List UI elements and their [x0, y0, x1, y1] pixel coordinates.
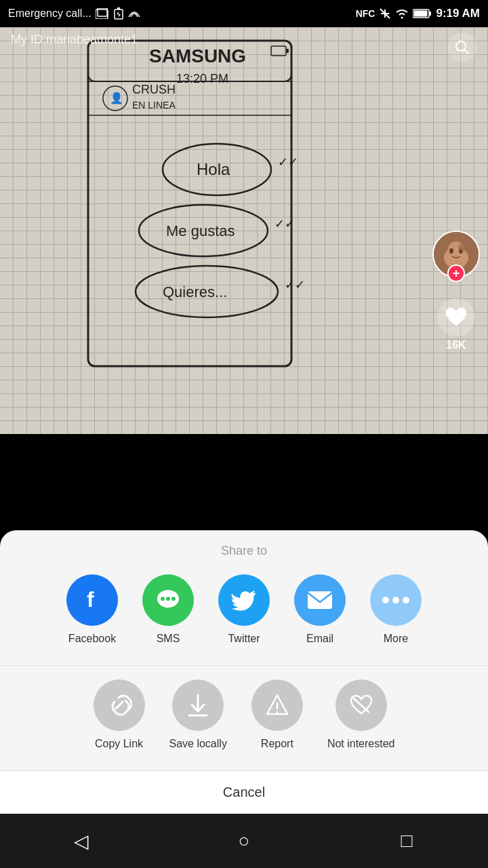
nfc-badge: NFC [356, 8, 375, 19]
svg-text:CRUSH: CRUSH [132, 83, 176, 96]
share-facebook[interactable]: f Facebook [66, 574, 118, 645]
facebook-icon[interactable]: f [66, 574, 118, 626]
creator-avatar-container[interactable]: + [432, 231, 480, 278]
signal-icon [128, 7, 140, 20]
back-button[interactable]: ◁ [61, 821, 102, 861]
save-locally-svg [185, 692, 211, 718]
share-copy-link[interactable]: Copy Link [94, 679, 145, 750]
battery-charging-icon [113, 7, 124, 20]
share-report[interactable]: Report [251, 679, 303, 750]
heart-svg [445, 307, 468, 328]
search-button[interactable] [447, 33, 477, 62]
share-twitter[interactable]: Twitter [218, 574, 270, 645]
gallery-icon [96, 8, 109, 19]
video-background: SAMSUNG 13:20 PM 👤 CRUSH EN LINEA Hola ✓… [0, 0, 488, 434]
not-interested-svg [348, 693, 374, 717]
status-bar: Emergency call... NFC 9:19 AM [0, 0, 488, 27]
svg-text:EN LINEA: EN LINEA [132, 100, 176, 111]
twitter-svg [231, 589, 257, 612]
user-watermark: My ID:mariabeamonte1 [11, 33, 138, 47]
more-icon[interactable] [370, 574, 422, 626]
email-label: Email [306, 633, 333, 645]
share-divider [0, 665, 488, 666]
more-label: More [384, 633, 408, 645]
svg-text:Me gustas: Me gustas [166, 222, 235, 239]
report-icon[interactable] [251, 679, 303, 731]
svg-text:✓✓: ✓✓ [278, 155, 298, 169]
svg-rect-11 [271, 46, 286, 56]
heart-icon[interactable] [437, 298, 475, 336]
svg-point-43 [392, 597, 399, 604]
svg-marker-37 [163, 606, 168, 608]
twitter-label: Twitter [228, 633, 260, 645]
svg-rect-5 [414, 11, 428, 17]
svg-line-45 [116, 702, 123, 709]
search-svg-icon [455, 40, 470, 55]
twitter-icon[interactable] [218, 574, 270, 626]
svg-rect-12 [286, 49, 289, 53]
wifi-icon [395, 8, 409, 19]
svg-line-28 [464, 50, 468, 54]
emergency-call-text: Emergency call... [8, 7, 92, 20]
svg-point-44 [403, 597, 409, 604]
navigation-bar: ◁ ○ □ [0, 814, 488, 868]
svg-text:👤: 👤 [110, 92, 123, 104]
status-left: Emergency call... [8, 7, 140, 20]
status-right: NFC 9:19 AM [356, 7, 480, 20]
battery-icon [413, 9, 432, 18]
sms-label: SMS [157, 633, 180, 645]
share-more[interactable]: More [370, 574, 422, 645]
share-sheet: Share to f Facebook SMS [0, 530, 488, 814]
right-sidebar: + 16K [432, 231, 480, 351]
report-label: Report [261, 738, 293, 750]
share-not-interested[interactable]: Not interested [327, 679, 395, 750]
not-interested-icon[interactable] [336, 679, 387, 731]
sms-icon[interactable] [142, 574, 194, 626]
facebook-label: Facebook [68, 633, 116, 645]
save-locally-icon[interactable] [172, 679, 224, 731]
svg-rect-41 [308, 591, 332, 609]
video-area: SAMSUNG 13:20 PM 👤 CRUSH EN LINEA Hola ✓… [0, 0, 488, 434]
drawing-svg: SAMSUNG 13:20 PM 👤 CRUSH EN LINEA Hola ✓… [68, 34, 325, 373]
svg-text:Hola: Hola [197, 160, 230, 178]
volume-off-icon [379, 7, 391, 20]
recents-button[interactable]: □ [386, 821, 427, 861]
share-row-2: Copy Link Save locally Report [0, 679, 488, 750]
svg-text:✓✓: ✓✓ [285, 278, 305, 292]
svg-point-39 [166, 597, 170, 601]
sms-svg [155, 587, 182, 614]
copy-link-svg [106, 692, 132, 718]
share-save-locally[interactable]: Save locally [169, 679, 227, 750]
svg-point-42 [382, 597, 389, 604]
like-count: 16K [446, 339, 466, 351]
copy-link-label: Copy Link [95, 738, 143, 750]
email-icon[interactable] [294, 574, 346, 626]
share-email[interactable]: Email [294, 574, 346, 645]
svg-point-27 [456, 41, 466, 51]
facebook-svg: f [80, 588, 104, 612]
home-button[interactable]: ○ [224, 821, 264, 861]
not-interested-label: Not interested [327, 738, 395, 750]
svg-rect-2 [115, 9, 123, 19]
share-title: Share to [0, 544, 488, 558]
search-icon[interactable] [447, 33, 477, 62]
follow-plus-icon[interactable]: + [447, 264, 465, 282]
svg-text:f: f [87, 588, 94, 612]
report-svg [264, 692, 290, 718]
svg-rect-6 [429, 12, 431, 16]
like-button[interactable]: 16K [437, 298, 475, 351]
cancel-button[interactable]: Cancel [0, 770, 488, 814]
svg-point-38 [161, 597, 165, 601]
share-sms[interactable]: SMS [142, 574, 194, 645]
svg-text:13:20 PM: 13:20 PM [176, 72, 228, 85]
time-display: 9:19 AM [436, 7, 480, 20]
svg-point-40 [171, 597, 176, 601]
svg-text:✓✓: ✓✓ [274, 217, 295, 231]
share-row-1: f Facebook SMS [0, 574, 488, 645]
svg-point-34 [458, 243, 469, 251]
svg-point-49 [276, 711, 278, 713]
svg-text:Quieres...: Quieres... [163, 283, 227, 300]
svg-text:SAMSUNG: SAMSUNG [149, 45, 246, 66]
save-locally-label: Save locally [169, 738, 227, 750]
copy-link-icon[interactable] [94, 679, 145, 731]
